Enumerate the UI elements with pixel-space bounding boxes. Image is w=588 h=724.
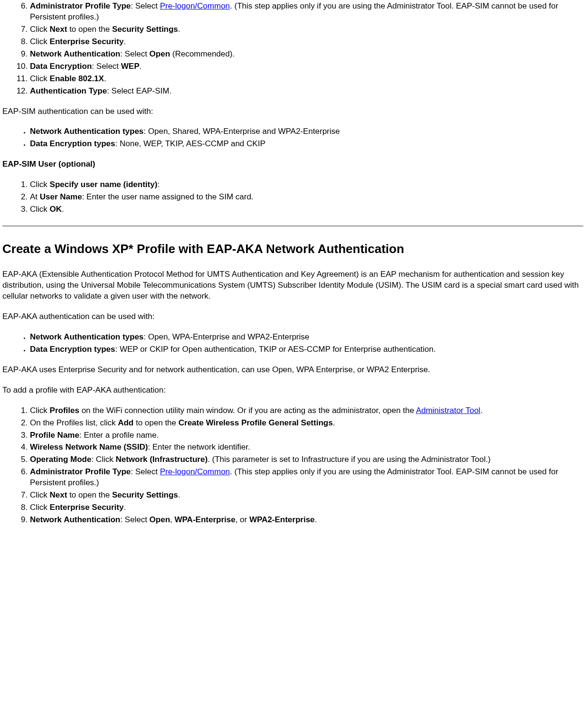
unordered-list-2: Network Authentication types: Open, WPA-… — [2, 332, 583, 355]
list-item: Click Enterprise Security. — [30, 37, 583, 47]
list-item: Click Next to open the Security Settings… — [30, 24, 583, 35]
list-item: Network Authentication: Select Open (Rec… — [30, 49, 583, 60]
list-item: Operating Mode: Click Network (Infrastru… — [30, 454, 583, 465]
list-item: Click OK. — [30, 204, 583, 215]
paragraph: EAP-AKA authentication can be used with: — [2, 311, 583, 322]
list-item: Network Authentication types: Open, Shar… — [30, 126, 583, 137]
list-item: Click Next to open the Security Settings… — [30, 490, 583, 501]
list-item: On the Profiles list, click Add to open … — [30, 418, 583, 429]
list-item: Click Profiles on the WiFi connection ut… — [30, 405, 583, 416]
list-item: Click Enterprise Security. — [30, 502, 583, 513]
ordered-list-3: Click Profiles on the WiFi connection ut… — [2, 405, 583, 526]
paragraph: EAP-AKA (Extensible Authentication Proto… — [2, 269, 583, 302]
list-item: Data Encryption types: WEP or CKIP for O… — [30, 344, 583, 355]
paragraph: EAP-SIM authentication can be used with: — [2, 106, 583, 117]
prelogon-link[interactable]: Pre-logon/Common — [160, 1, 230, 10]
divider — [2, 226, 583, 226]
admin-tool-link[interactable]: Administrator Tool — [416, 406, 481, 415]
paragraph: EAP-AKA uses Enterprise Security and for… — [2, 365, 583, 376]
list-item: Administrator Profile Type: Select Pre-l… — [30, 467, 583, 489]
list-item: Network Authentication types: Open, WPA-… — [30, 332, 583, 343]
list-item: Profile Name: Enter a profile name. — [30, 430, 583, 441]
list-item: Data Encryption types: None, WEP, TKIP, … — [30, 139, 583, 150]
list-item: Click Enable 802.1X. — [30, 74, 583, 85]
ordered-list-1: Administrator Profile Type: Select Pre-l… — [2, 1, 583, 97]
list-item: At User Name: Enter the user name assign… — [30, 192, 583, 203]
subheading: EAP-SIM User (optional) — [2, 159, 583, 170]
ordered-list-2: Click Specify user name (identity): At U… — [2, 179, 583, 215]
prelogon-link-2[interactable]: Pre-logon/Common — [160, 467, 230, 476]
heading: Create a Windows XP* Profile with EAP-AK… — [2, 241, 583, 257]
list-item: Wireless Network Name (SSID): Enter the … — [30, 442, 583, 453]
list-item: Click Specify user name (identity): — [30, 179, 583, 190]
unordered-list-1: Network Authentication types: Open, Shar… — [2, 126, 583, 150]
list-item: Data Encryption: Select WEP. — [30, 61, 583, 72]
list-item: Administrator Profile Type: Select Pre-l… — [30, 1, 583, 23]
paragraph: To add a profile with EAP-AKA authentica… — [2, 385, 583, 396]
list-item: Network Authentication: Select Open, WPA… — [30, 515, 583, 526]
list-item: Authentication Type: Select EAP-SIM. — [30, 86, 583, 97]
